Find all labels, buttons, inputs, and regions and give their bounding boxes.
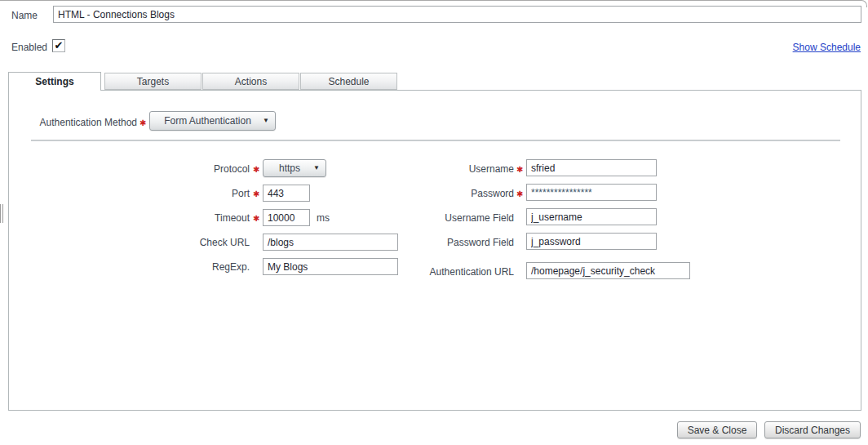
tab-actions-label: Actions [235,76,267,87]
required-asterisk-icon: ✱ [253,189,259,198]
auth-method-label: Authentication Method [24,117,137,128]
auth-method-value: Form Authentication [164,115,251,127]
protocol-label: Protocol [86,163,250,175]
tab-schedule-label: Schedule [328,76,369,87]
name-input[interactable] [53,6,861,23]
port-label: Port [86,188,250,199]
password-field-label: Password Field [351,237,514,248]
auth-url-input[interactable] [526,262,690,279]
required-asterisk-icon: ✱ [253,165,259,174]
password-field-input[interactable] [526,233,657,250]
protocol-value: https [279,162,300,174]
show-schedule-link[interactable]: Show Schedule [793,42,861,53]
check-url-label: Check URL [86,237,250,248]
timeout-label: Timeout [86,212,250,224]
splitter-handle[interactable] [0,204,3,223]
enabled-label: Enabled [11,42,47,53]
username-field-label: Username Field [351,212,514,224]
required-asterisk-icon: ✱ [516,189,523,198]
tab-settings[interactable]: Settings [8,72,101,91]
username-label: Username [351,163,514,175]
timeout-unit-label: ms [317,212,330,224]
protocol-select[interactable]: https ▼ [263,159,326,177]
chevron-down-icon: ▼ [313,164,320,171]
tab-targets[interactable]: Targets [104,73,202,90]
section-divider [31,140,840,141]
monitor-editor-window: Name Enabled ✔ Show Schedule Settings Ta… [0,0,868,445]
auth-url-label: Authentication URL [351,266,514,278]
required-asterisk-icon: ✱ [516,165,523,174]
name-label: Name [11,10,38,21]
auth-method-select[interactable]: Form Authentication ▼ [149,111,276,131]
username-field-input[interactable] [526,208,657,225]
password-input[interactable] [526,184,657,201]
discard-changes-button[interactable]: Discard Changes [764,421,861,438]
required-asterisk-icon: ✱ [140,118,146,127]
checkmark-icon: ✔ [55,40,64,51]
enabled-checkbox[interactable]: ✔ [52,39,65,52]
save-close-button-label: Save & Close [688,425,747,436]
username-input[interactable] [526,159,657,176]
save-close-button[interactable]: Save & Close [677,421,757,438]
required-asterisk-icon: ✱ [253,214,259,223]
tab-actions[interactable]: Actions [202,73,299,90]
port-input[interactable] [263,185,310,202]
password-label: Password [351,188,514,199]
discard-changes-button-label: Discard Changes [775,425,850,436]
regexp-label: RegExp. [86,261,250,273]
tab-schedule[interactable]: Schedule [300,73,397,90]
tab-targets-label: Targets [137,76,169,87]
timeout-input[interactable] [263,209,310,226]
tab-settings-label: Settings [35,76,73,87]
settings-panel [8,90,861,411]
chevron-down-icon: ▼ [263,117,269,124]
